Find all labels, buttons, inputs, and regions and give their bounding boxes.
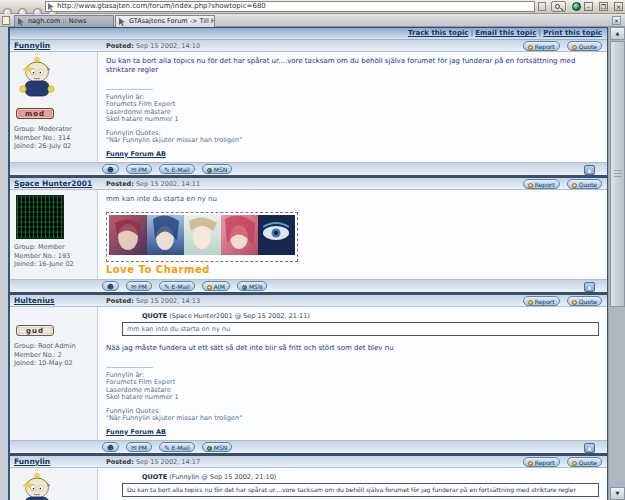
tab-label: nagh.com :: News: [28, 17, 86, 25]
person-icon: ☻: [107, 444, 114, 452]
msn-button[interactable]: MSN: [202, 442, 232, 452]
pm-button[interactable]: ✉ PM: [126, 442, 152, 452]
email-topic-link[interactable]: Email this topic: [475, 29, 536, 37]
tab-nagh-news[interactable]: nagh.com :: News: [14, 15, 114, 27]
scrollbar-thumb[interactable]: [610, 41, 625, 307]
tab-gtasajten-forum[interactable]: GTAsajtens Forum -> Till Hultan...: [115, 15, 215, 27]
panel-icon[interactable]: [2, 16, 10, 25]
member-no-label: Member No.: 2: [14, 351, 93, 360]
print-topic-link[interactable]: Print this topic: [543, 29, 602, 37]
vertical-scrollbar[interactable]: ▲ ▼: [608, 27, 625, 500]
author-link[interactable]: Funnylin: [14, 41, 50, 50]
member-no-label: Member No.: 314: [14, 134, 93, 143]
post-hultenius: Hultenius Posted: Sep 15 2002, 14:13 Rep…: [10, 295, 607, 453]
post-content-column: Du kan ta bort alla topics nu för det ha…: [98, 52, 607, 162]
posted-label: Posted:: [106, 42, 134, 50]
poster-info-column: mod Group: Moderator Member No.: 314: [10, 468, 98, 500]
quote-icon: [572, 183, 577, 188]
posted-label: Posted:: [106, 297, 134, 305]
email-button[interactable]: ✎ E-Mail: [159, 442, 195, 452]
joined-label: Joined: 10-May 02: [14, 359, 93, 368]
tab-favicon-icon: [118, 18, 126, 26]
pm-button[interactable]: ✉ PM: [126, 281, 152, 291]
report-icon: [528, 45, 533, 50]
email-button[interactable]: ✎ E-Mail: [159, 281, 195, 291]
signature-link[interactable]: Funny Forum AB: [106, 429, 166, 437]
back-to-top-button[interactable]: ▲: [584, 443, 595, 453]
report-button[interactable]: Report: [523, 179, 560, 189]
author-link[interactable]: Hultenius: [14, 296, 55, 305]
envelope-icon: ✉: [131, 166, 136, 174]
author-link[interactable]: Funnylin: [14, 457, 50, 466]
report-button[interactable]: Report: [523, 41, 560, 51]
signature: -------------------- Funnylin är: Forume…: [106, 86, 599, 158]
post-header-buttons: Report Quote: [523, 179, 604, 198]
quote-box: Du kan ta bort alla topics nu för det ha…: [122, 483, 599, 497]
group-label: Group: Moderator: [14, 125, 93, 134]
back-to-top-button[interactable]: ▲: [584, 282, 595, 292]
scroll-up-button[interactable]: ▲: [610, 27, 625, 40]
joined-label: Joined: 16-June 02: [14, 260, 93, 269]
address-dropdown-button[interactable]: [538, 2, 546, 11]
pm-button[interactable]: ✉ PM: [126, 164, 152, 174]
sig-line: Laserdome mästare: [106, 387, 599, 395]
tab-bar: nagh.com :: News GTAsajtens Forum -> Til…: [0, 14, 625, 27]
url-text: http://www.gtasajten.com/forum/index.php…: [57, 2, 266, 10]
forum-page: Track this topic | Email this topic | Pr…: [8, 27, 608, 500]
poster-info-column: gud Group: Root Admin Member No.: 2 Join…: [10, 307, 98, 440]
person-icon: ☻: [107, 283, 114, 291]
minimize-button[interactable]: –: [584, 2, 593, 11]
close-button[interactable]: ×: [614, 2, 623, 11]
scrollbar-grip: [614, 170, 622, 177]
msn-button[interactable]: MSN: [237, 281, 267, 291]
aim-button[interactable]: AIM: [202, 281, 230, 291]
author-link[interactable]: Space Hunter2001: [14, 179, 92, 188]
signature-image-frame: [106, 212, 298, 262]
sig-line: Forumets Film Expert: [106, 101, 599, 109]
poster-info-column: Group: Member Member No.: 193 Joined: 16…: [10, 190, 98, 279]
group-label: Group: Root Admin: [14, 342, 93, 351]
poster-info-column: mod Group: Moderator Member No.: 314 Joi…: [10, 52, 98, 162]
back-to-top-button[interactable]: ▲: [584, 165, 595, 175]
track-topic-link[interactable]: Track this topic: [408, 29, 468, 37]
sig-line: Skol hatare nummer 1: [106, 394, 599, 402]
quote-icon: [572, 300, 577, 305]
report-button[interactable]: Report: [523, 457, 560, 467]
post-header: Hultenius Posted: Sep 15 2002, 14:13 Rep…: [10, 295, 607, 307]
report-icon: [528, 461, 533, 466]
signature-link[interactable]: Funny Forum AB: [106, 151, 166, 159]
profile-button[interactable]: ☻: [102, 164, 119, 174]
signature: -------------------- Funnylin är: Forume…: [106, 364, 599, 436]
post-body: gud Group: Root Admin Member No.: 2 Join…: [10, 307, 607, 440]
globe-icon: [572, 2, 581, 11]
search-button[interactable]: [551, 1, 566, 12]
quote-button[interactable]: Quote: [567, 41, 602, 51]
profile-button[interactable]: ☻: [102, 442, 119, 452]
address-bar[interactable]: http://www.gtasajten.com/forum/index.php…: [45, 1, 535, 12]
post-spacehunter: Space Hunter2001 Posted: Sep 15 2002, 14…: [10, 178, 607, 292]
aim-icon: [207, 285, 212, 290]
avatar-cartman-icon: [14, 56, 60, 100]
restore-button[interactable]: ❒: [599, 2, 608, 11]
post-body: mod Group: Moderator Member No.: 314 Joi…: [10, 52, 607, 162]
avatar-cartman-icon: [14, 472, 60, 500]
close-tab-button[interactable]: ×: [612, 16, 621, 25]
email-button[interactable]: ✎ E-Mail: [159, 164, 195, 174]
quote-label: QUOTE: [142, 312, 167, 320]
msn-icon: [207, 446, 212, 451]
sig-line: --------------------: [106, 86, 599, 94]
quote-button[interactable]: Quote: [567, 179, 602, 189]
posted-time: Sep 15 2002, 14:13: [136, 297, 200, 305]
posted-label: Posted:: [106, 458, 134, 466]
report-button[interactable]: Report: [523, 296, 560, 306]
post-timestamp: Posted: Sep 15 2002, 14:13: [106, 297, 200, 305]
quote-button[interactable]: Quote: [567, 296, 602, 306]
msn-icon: [242, 285, 247, 290]
quote-meta: (Space Hunter2001 @ Sep 15 2002, 21:11): [169, 312, 310, 320]
quote-button[interactable]: Quote: [567, 457, 602, 467]
msn-button[interactable]: MSN: [202, 164, 232, 174]
profile-button[interactable]: ☻: [102, 281, 119, 291]
scroll-down-button[interactable]: ▼: [610, 487, 625, 500]
post-content-column: QUOTE (Space Hunter2001 @ Sep 15 2002, 2…: [98, 307, 607, 440]
post-message: Nää jag måste fundera ut ett sätt så det…: [106, 344, 599, 353]
